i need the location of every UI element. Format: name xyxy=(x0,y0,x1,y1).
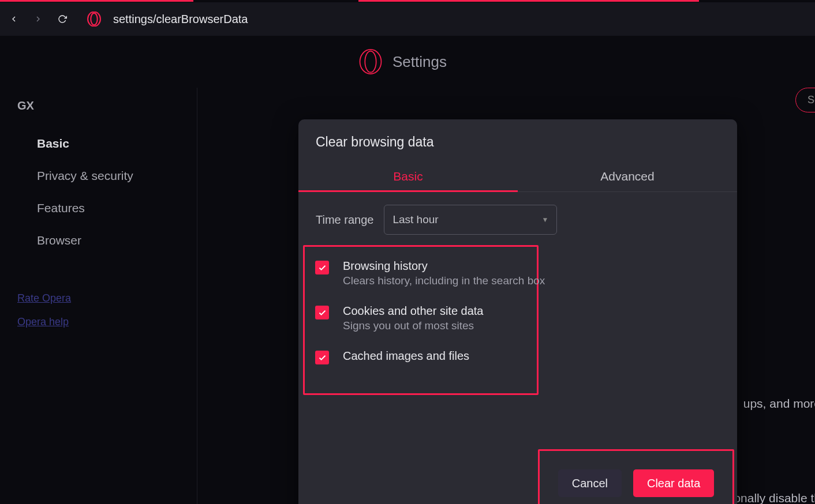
dialog-title: Clear browsing data xyxy=(298,119,737,161)
page-area: Settings Sea GX Basic Privacy & security… xyxy=(0,36,815,504)
opera-gx-logo-icon xyxy=(87,12,102,27)
option-desc: Clears history, including in the search … xyxy=(343,274,545,287)
opera-header-logo-icon xyxy=(358,49,383,74)
checkbox-browsing-history[interactable] xyxy=(315,261,329,274)
sidebar-item-browser[interactable]: Browser xyxy=(17,224,197,257)
time-range-value: Last hour xyxy=(392,213,438,226)
cancel-button[interactable]: Cancel xyxy=(558,469,622,497)
sidebar-item-basic[interactable]: Basic xyxy=(17,127,197,160)
sidebar-link-help[interactable]: Opera help xyxy=(17,310,197,334)
chevron-down-icon: ▼ xyxy=(542,216,549,224)
address-bar[interactable]: settings/clearBrowserData xyxy=(113,13,248,26)
page-title: Settings xyxy=(392,53,447,71)
tab-advanced[interactable]: Advanced xyxy=(518,161,737,191)
dialog-tabs: Basic Advanced xyxy=(298,161,737,192)
option-label: Cookies and other site data xyxy=(343,304,484,318)
clear-data-button[interactable]: Clear data xyxy=(633,469,714,497)
browser-toolbar: settings/clearBrowserData xyxy=(0,2,815,36)
tab-strip xyxy=(0,0,815,2)
forward-button[interactable] xyxy=(29,10,47,28)
tab-basic[interactable]: Basic xyxy=(298,161,518,191)
svg-point-2 xyxy=(360,50,382,74)
option-cookies[interactable]: Cookies and other site data Signs you ou… xyxy=(315,304,526,332)
dialog-footer-highlight: Cancel Clear data xyxy=(538,449,734,504)
svg-point-0 xyxy=(88,12,100,27)
option-cache[interactable]: Cached images and files xyxy=(315,349,526,364)
settings-sidebar: GX Basic Privacy & security Features Bro… xyxy=(0,88,197,504)
checkbox-cookies[interactable] xyxy=(315,306,329,319)
time-range-select[interactable]: Last hour ▼ xyxy=(384,205,557,235)
settings-header: Settings xyxy=(0,36,815,88)
reload-button[interactable] xyxy=(53,10,72,28)
options-highlight: Browsing history Clears history, includi… xyxy=(303,245,539,395)
svg-point-1 xyxy=(91,13,97,25)
checkbox-cache[interactable] xyxy=(315,351,329,364)
option-label: Cached images and files xyxy=(343,349,469,363)
option-desc: Signs you out of most sites xyxy=(343,319,484,332)
option-label: Browsing history xyxy=(343,259,545,273)
back-button[interactable] xyxy=(5,10,23,28)
sidebar-item-privacy[interactable]: Privacy & security xyxy=(17,160,197,192)
sidebar-link-rate[interactable]: Rate Opera xyxy=(17,287,197,310)
clear-browsing-data-dialog: Clear browsing data Basic Advanced Time … xyxy=(298,119,737,504)
svg-point-3 xyxy=(365,51,376,73)
option-browsing-history[interactable]: Browsing history Clears history, includi… xyxy=(315,259,526,287)
sidebar-item-features[interactable]: Features xyxy=(17,192,197,224)
sidebar-heading: GX xyxy=(17,99,197,112)
background-text-line1: ups, and more xyxy=(743,397,815,411)
time-range-label: Time range xyxy=(316,213,373,227)
